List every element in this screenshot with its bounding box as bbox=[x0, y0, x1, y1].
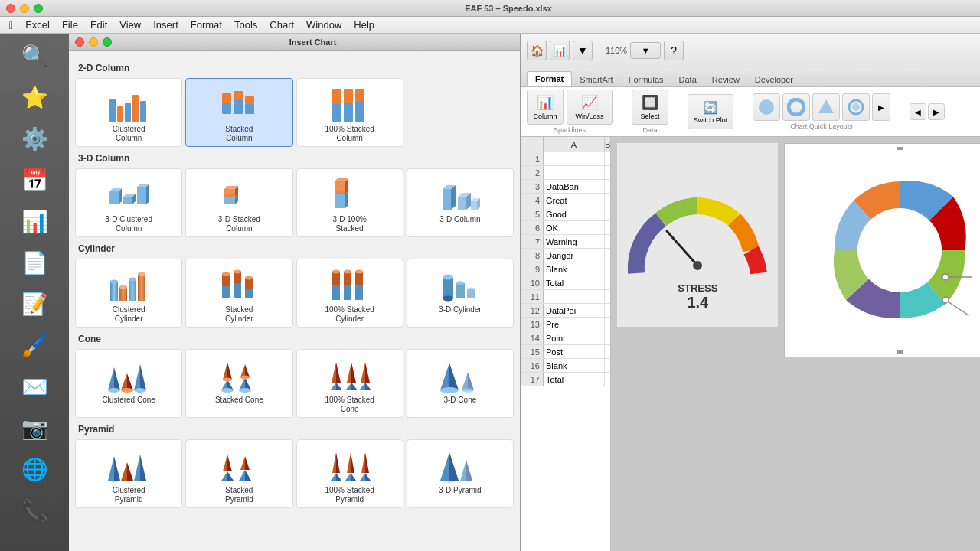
toolbar-btn-1[interactable]: 🏠 bbox=[527, 41, 547, 60]
chart-item-clustered-column[interactable]: ClusteredColumn bbox=[75, 78, 182, 147]
chart-item-3d-pyramid[interactable]: 3-D Pyramid bbox=[407, 439, 514, 508]
cell[interactable] bbox=[605, 290, 610, 303]
toolbar-btn-3[interactable]: ▼ bbox=[573, 41, 593, 60]
chart-item-stacked-pyramid[interactable]: StackedPyramid bbox=[185, 439, 292, 508]
sidebar-w[interactable]: 📝 bbox=[15, 285, 54, 323]
sidebar-settings[interactable]: ⚙️ bbox=[15, 119, 54, 158]
sidebar-chart[interactable]: 📊 bbox=[15, 202, 54, 240]
switch-plot-btn[interactable]: 🔄 Switch Plot bbox=[688, 94, 733, 129]
cell[interactable]: Total bbox=[544, 276, 605, 289]
chart-item-100pct-pyramid[interactable]: 100% StackedPyramid bbox=[296, 439, 403, 508]
dialog-minimize[interactable] bbox=[89, 37, 98, 47]
cell[interactable] bbox=[605, 152, 610, 165]
cell[interactable] bbox=[605, 331, 610, 344]
sidebar-star[interactable]: ⭐ bbox=[15, 78, 54, 116]
menu-chart[interactable]: Chart bbox=[263, 18, 300, 32]
maximize-button[interactable] bbox=[34, 4, 43, 13]
select-btn[interactable]: 🔲 Select bbox=[632, 90, 668, 125]
cell[interactable]: DataBan bbox=[544, 180, 605, 193]
prev-arrow[interactable]: ◀ bbox=[910, 103, 926, 120]
close-button[interactable] bbox=[6, 4, 15, 13]
chart-item-3d-clustered[interactable]: 3-D ClusteredColumn bbox=[75, 168, 182, 237]
sidebar-calendar[interactable]: 📅 bbox=[15, 161, 54, 199]
cell[interactable] bbox=[544, 152, 605, 165]
sidebar-brush[interactable]: 🖌️ bbox=[15, 326, 54, 364]
tab-developer[interactable]: Developer bbox=[747, 73, 801, 86]
winloss-btn[interactable]: 📈 Win/Loss bbox=[567, 90, 612, 125]
chart-item-3d-cone[interactable]: 3-D Cone bbox=[407, 349, 514, 418]
cell[interactable] bbox=[605, 373, 610, 386]
sidebar-phone[interactable]: 📞 bbox=[15, 491, 54, 530]
menu-edit[interactable]: Edit bbox=[84, 18, 113, 32]
cell[interactable] bbox=[605, 276, 610, 289]
dialog-window-controls[interactable] bbox=[75, 37, 112, 47]
chart-item-clustered-cylinder[interactable]: ClusteredCylinder bbox=[75, 259, 182, 328]
cell[interactable]: Pre bbox=[544, 318, 605, 331]
handle-top[interactable] bbox=[897, 147, 903, 150]
cell[interactable] bbox=[605, 166, 610, 179]
layout-more-btn[interactable]: ▶ bbox=[872, 93, 890, 121]
chart-item-3d-100pct[interactable]: 3-D 100%Stacked bbox=[296, 168, 403, 237]
menu-help[interactable]: Help bbox=[348, 18, 381, 32]
cell[interactable]: Warning bbox=[544, 235, 605, 248]
cell[interactable]: Total bbox=[544, 373, 605, 386]
minimize-button[interactable] bbox=[20, 4, 29, 13]
dialog-maximize[interactable] bbox=[103, 37, 112, 47]
help-btn[interactable]: ? bbox=[664, 41, 684, 60]
menu-view[interactable]: View bbox=[113, 18, 147, 32]
cell[interactable]: Blank bbox=[544, 359, 605, 372]
tab-review[interactable]: Review bbox=[704, 73, 747, 86]
cell[interactable]: Blank bbox=[544, 262, 605, 276]
cell[interactable]: Point bbox=[544, 331, 605, 344]
menu-tools[interactable]: Tools bbox=[228, 18, 263, 32]
handle-bottom[interactable] bbox=[897, 350, 903, 354]
sidebar-mail[interactable]: ✉️ bbox=[15, 367, 54, 406]
sidebar-camera[interactable]: 📷 bbox=[15, 409, 54, 447]
chart-item-100pct-cylinder[interactable]: 100% StackedCylinder bbox=[296, 259, 403, 328]
sidebar-chrome[interactable]: 🌐 bbox=[15, 450, 54, 488]
sidebar-finder[interactable]: 🔍 bbox=[15, 37, 54, 75]
chart-item-clustered-cone[interactable]: Clustered Cone bbox=[75, 349, 182, 418]
layout-btn-4[interactable] bbox=[842, 93, 870, 121]
cell[interactable]: DataPoi bbox=[544, 304, 605, 317]
cell[interactable]: Danger bbox=[544, 249, 605, 262]
zoom-dropdown[interactable]: ▼ bbox=[630, 42, 661, 59]
chart-item-100pct-stacked[interactable]: 100% StackedColumn bbox=[296, 78, 403, 147]
cell[interactable] bbox=[605, 262, 610, 276]
cell[interactable] bbox=[605, 318, 610, 331]
chart-item-stacked-column[interactable]: StackedColumn bbox=[185, 78, 292, 147]
cell[interactable] bbox=[605, 359, 610, 372]
chart-item-stacked-cylinder[interactable]: StackedCylinder bbox=[185, 259, 292, 328]
menu-window[interactable]: Window bbox=[300, 18, 348, 32]
cell[interactable] bbox=[605, 235, 610, 248]
tab-format[interactable]: Format bbox=[527, 71, 572, 86]
cell[interactable] bbox=[605, 249, 610, 262]
tab-smartart[interactable]: SmartArt bbox=[572, 73, 620, 86]
menu-excel[interactable]: Excel bbox=[19, 18, 56, 32]
cell[interactable] bbox=[605, 345, 610, 358]
chart-item-3d-stacked[interactable]: 3-D StackedColumn bbox=[185, 168, 292, 237]
cell[interactable] bbox=[605, 207, 610, 220]
apple-menu[interactable]:  bbox=[3, 19, 19, 31]
chart-item-3d-column[interactable]: 3-D Column bbox=[407, 168, 514, 237]
window-controls[interactable] bbox=[6, 4, 43, 13]
cell[interactable] bbox=[605, 180, 610, 193]
column-sparkline-btn[interactable]: 📊 Column bbox=[527, 90, 564, 125]
menu-file[interactable]: File bbox=[56, 18, 84, 32]
toolbar-btn-2[interactable]: 📊 bbox=[550, 41, 570, 60]
cell[interactable] bbox=[605, 221, 610, 234]
menu-insert[interactable]: Insert bbox=[147, 18, 185, 32]
layout-btn-3[interactable] bbox=[812, 93, 840, 121]
cell[interactable]: Good bbox=[544, 207, 605, 220]
sidebar-doc[interactable]: 📄 bbox=[15, 243, 54, 282]
cell[interactable] bbox=[605, 194, 610, 207]
cell[interactable]: Post bbox=[544, 345, 605, 358]
chart-item-3d-cylinder[interactable]: 3-D Cylinder bbox=[407, 259, 514, 328]
dialog-close[interactable] bbox=[75, 37, 84, 47]
chart-item-100pct-cone[interactable]: 100% StackedCone bbox=[296, 349, 403, 418]
layout-btn-1[interactable] bbox=[753, 93, 780, 121]
cell[interactable]: OK bbox=[544, 221, 605, 234]
layout-btn-2[interactable] bbox=[782, 93, 810, 121]
chart-item-clustered-pyramid[interactable]: ClusteredPyramid bbox=[75, 439, 182, 508]
tab-formulas[interactable]: Formulas bbox=[621, 73, 671, 86]
